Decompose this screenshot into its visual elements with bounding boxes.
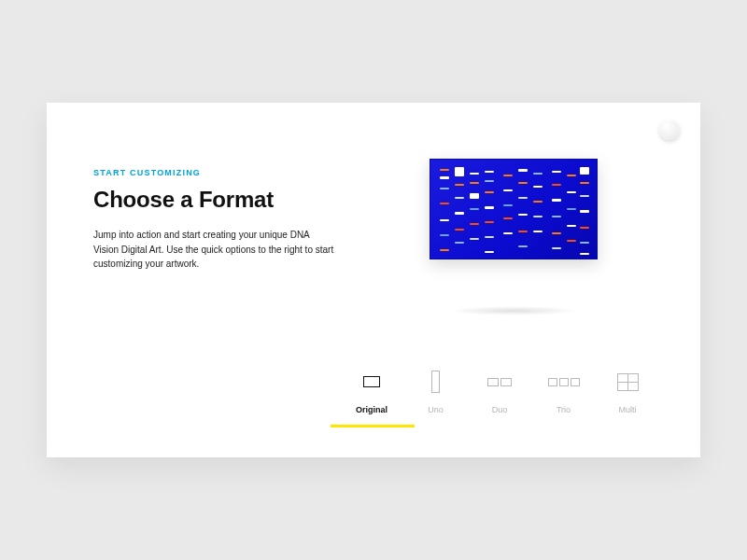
- format-trio-icon: [548, 370, 580, 394]
- eyebrow-label: START CUSTOMIZING: [93, 168, 336, 177]
- preview-panel: [374, 159, 654, 315]
- format-option-original[interactable]: Original: [345, 370, 398, 427]
- format-options: OriginalUnoDuoTrioMulti: [345, 370, 654, 427]
- text-panel: START CUSTOMIZING Choose a Format Jump i…: [93, 159, 336, 315]
- preview-shadow: [448, 306, 579, 315]
- format-option-label: Original: [356, 405, 388, 414]
- content-row: START CUSTOMIZING Choose a Format Jump i…: [93, 159, 654, 315]
- format-option-label: Trio: [557, 405, 571, 414]
- format-duo-icon: [487, 370, 512, 394]
- description-text: Jump into action and start creating your…: [93, 228, 336, 272]
- format-option-uno[interactable]: Uno: [410, 370, 462, 427]
- artwork-preview: [430, 159, 598, 259]
- format-option-multi[interactable]: Multi: [601, 370, 654, 427]
- format-uno-icon: [431, 370, 440, 394]
- customizer-card: START CUSTOMIZING Choose a Format Jump i…: [47, 103, 700, 457]
- format-option-label: Uno: [428, 405, 444, 414]
- format-option-label: Multi: [618, 405, 636, 414]
- format-multi-icon: [617, 370, 638, 394]
- format-option-trio[interactable]: Trio: [538, 370, 590, 427]
- format-original-icon: [363, 370, 380, 394]
- close-button[interactable]: [659, 119, 680, 140]
- page-title: Choose a Format: [93, 187, 336, 213]
- format-option-duo[interactable]: Duo: [473, 370, 526, 427]
- format-option-label: Duo: [492, 405, 508, 414]
